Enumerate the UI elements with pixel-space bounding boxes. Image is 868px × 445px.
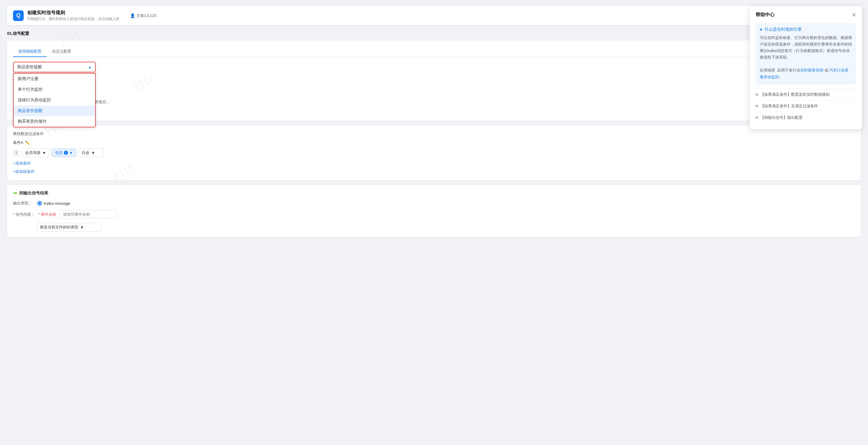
signal-content-label: 信号内容： [13, 212, 35, 217]
tab-bar: 使用模板配置 自定义配置 [13, 46, 855, 57]
dropdown-item-0[interactable]: 新用户注册 [13, 73, 95, 84]
logo-text: Q [16, 12, 21, 19]
help-or-text: 或 [824, 68, 829, 72]
cond-info-icon: i [64, 151, 68, 155]
offline-section-title: 离线数据过滤条件 [13, 131, 855, 136]
output-type-value: Kafka message [44, 201, 70, 206]
offline-filter-card: 离线数据过滤条件 条件A ✏️ 1 会员等级 ▼ 包含 i ▼ 白金 ▼ [7, 125, 861, 180]
help-scene-text: 应用场景 应用于各行业 [760, 68, 800, 72]
help-main-section: ● 什么是实时规则引擎 可以实时监听标签、行为和分群的变化的数据。根据用户设定的… [756, 23, 856, 85]
help-link-0[interactable]: 【如果满足条件】配置监听实时数据规则 [756, 89, 856, 100]
dropdown-arrow-icon: ▲ [88, 65, 92, 69]
help-section-title[interactable]: ● 什么是实时规则引擎 [760, 27, 852, 32]
radio-dot-inner [38, 202, 41, 204]
help-link-text-0: 【如果满足条件】配置监听实时数据规则 [761, 92, 830, 97]
dropdown-menu: 新用户注册 单个行为监控 连续行为异动监控 商品变价提醒 购买有意向催付 [13, 73, 96, 127]
group-a-label: 条件A [13, 140, 23, 146]
page-header: Q 创建实时信号规则 可根据行为、属性和原有人群进行组合筛选，灵活创建人群 👤 … [7, 6, 861, 25]
help-header: 帮助中心 ✕ [756, 12, 856, 18]
help-bullet-icon: ● [760, 27, 762, 32]
help-main-text: 可以实时监听标签、行为和分群的变化的数据。根据用户设定的筛选条件，借助实时规则引… [760, 35, 852, 81]
id-type-select[interactable]: 推送当前文件的ID类型 ▼ [37, 223, 102, 232]
header-left: Q 创建实时信号规则 可根据行为、属性和原有人群进行组合筛选，灵活创建人群 👤 … [13, 9, 156, 22]
cond-value-arrow-icon: ▼ [91, 151, 95, 155]
user-badge: 👤 主体1人123 [130, 13, 156, 18]
condition-group-title: 条件A ✏️ [13, 140, 855, 146]
tab-custom-config[interactable]: 自定义配置 [47, 46, 76, 57]
user-icon: 👤 [130, 13, 135, 18]
dropdown-item-4[interactable]: 购买有意向催付 [13, 116, 95, 127]
help-link-bullet-0 [756, 93, 758, 96]
help-close-button[interactable]: ✕ [852, 12, 856, 18]
signal-event-row: * 事件名称 [38, 210, 117, 219]
dropdown-item-3[interactable]: 商品变价提醒 [13, 105, 95, 116]
cond-op-arrow-icon: ▼ [69, 151, 73, 155]
tags-row: ≡ 标签 ≡ 人群包 ≡ 行为 [13, 109, 855, 115]
id-type-arrow-icon: ▼ [80, 225, 84, 230]
help-link-bullet-2 [756, 117, 758, 119]
rule-value-text: 有值后... [95, 99, 110, 105]
radio-dot [37, 201, 42, 206]
cond-value-select[interactable]: 白金 ▼ [79, 148, 104, 157]
header-title-block: 创建实时信号规则 可根据行为、属性和原有人群进行组合筛选，灵活创建人群 [27, 9, 119, 22]
output-type-radio[interactable]: Kafka message [37, 201, 70, 206]
template-dropdown-container: 商品变价提醒 ▲ 新用户注册 单个行为监控 连续行为异动监控 商品变价提醒 购买… [13, 62, 96, 72]
help-link-text-1: 【如果满足条件】且满足过滤条件 [761, 103, 818, 109]
help-highlight-1: 实时新客营销 [800, 68, 824, 72]
output-signal-icon: ⇒ [13, 190, 17, 196]
signal-config-card: 使用模板配置 自定义配置 商品变价提醒 ▲ 新用户注册 单个行为监控 连续行为异… [7, 40, 861, 121]
user-label: 主体1人123 [136, 13, 156, 18]
output-section: ⇒ 则输出信号结果 输出类型： Kafka message 信号内容： * 事件… [7, 185, 861, 237]
rule-row: 1 前后值变化 ▼ 商品价格 ▼ 若 有值后... [13, 97, 855, 106]
page-title: 创建实时信号规则 [27, 9, 119, 16]
section1-label: 01.信号配置 [7, 31, 861, 36]
cond-field-select[interactable]: 会员等级 ▼ [22, 148, 50, 157]
help-panel: 帮助中心 ✕ ● 什么是实时规则引擎 可以实时监听标签、行为和分群的变化的数据。… [750, 6, 862, 129]
add-group-link[interactable]: +添加组条件 [13, 169, 855, 174]
condition-row-0: 1 会员等级 ▼ 包含 i ▼ 白金 ▼ [13, 148, 855, 157]
help-link-bullet-1 [756, 105, 758, 107]
help-link-2[interactable]: 【则输出信号】输出配置 [756, 112, 856, 123]
help-section-title-text: 什么是实时规则引擎 [765, 27, 802, 32]
output-type-label: 输出类型： [13, 201, 34, 206]
event-name-input[interactable] [59, 210, 117, 219]
add-condition-link[interactable]: +添加条件 [13, 161, 31, 166]
help-link-1[interactable]: 【如果满足条件】且满足过滤条件 [756, 100, 856, 112]
id-type-row: 推送当前文件的ID类型 ▼ [13, 223, 855, 232]
output-title: ⇒ 则输出信号结果 [13, 190, 855, 196]
cond-field-arrow-icon: ▼ [42, 151, 46, 155]
cond-row-num: 1 [13, 150, 20, 156]
output-title-text: 则输出信号结果 [19, 191, 48, 196]
dropdown-selected-value: 商品变价提醒 [17, 64, 42, 70]
dropdown-trigger[interactable]: 商品变价提醒 ▲ [13, 62, 96, 72]
app-logo: Q [13, 10, 24, 21]
cond-op-badge[interactable]: 包含 i ▼ [52, 149, 76, 157]
dropdown-item-2[interactable]: 连续行为异动监控 [13, 95, 95, 105]
id-type-text: 推送当前文件的ID类型 [40, 225, 79, 230]
signal-event-label: * 事件名称 [38, 212, 57, 217]
help-title: 帮助中心 [756, 12, 775, 18]
tab-template-config[interactable]: 使用模板配置 [13, 46, 47, 57]
page-subtitle: 可根据行为、属性和原有人群进行组合筛选，灵活创建人群 [27, 17, 119, 22]
help-link-text-2: 【则输出信号】输出配置 [761, 115, 803, 120]
monitor-label: 监听实时数据规则 [13, 89, 855, 95]
group-a-edit-icon[interactable]: ✏️ [25, 141, 30, 145]
signal-content-row: 信号内容： * 事件名称 [13, 210, 855, 219]
help-period: 。 [779, 75, 783, 79]
output-type-row: 输出类型： Kafka message [13, 201, 855, 206]
dropdown-item-1[interactable]: 单个行为监控 [13, 84, 95, 95]
